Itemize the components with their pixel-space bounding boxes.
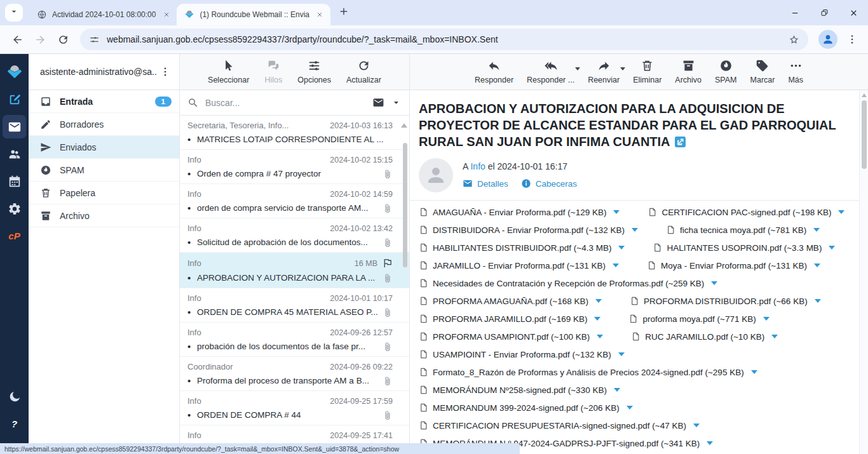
- message-row[interactable]: Info2024-10-02 13:42•Solicitud de aproba…: [180, 218, 409, 253]
- headers-link[interactable]: Cabeceras: [521, 178, 577, 189]
- eliminar-button[interactable]: Eliminar: [631, 59, 663, 84]
- attachment-menu-icon[interactable]: [618, 246, 625, 250]
- attachment-menu-icon[interactable]: [614, 388, 620, 392]
- attachment-item[interactable]: PROFORMA AMAGUAÑA.pdf (~168 KB): [419, 295, 602, 307]
- attachment-item[interactable]: PROFORMA USAMPIONT.pdf (~100 KB): [419, 331, 603, 342]
- marcar-button[interactable]: Marcar: [749, 59, 777, 84]
- view-scrollbar[interactable]: [862, 100, 867, 169]
- responder-button[interactable]: Responder: [473, 59, 515, 84]
- attachment-menu-icon[interactable]: [632, 228, 638, 232]
- tab-close-icon[interactable]: [161, 10, 172, 20]
- rail-item-cpanel[interactable]: cP: [3, 224, 26, 248]
- attachment-item[interactable]: proforma moya.pdf (~771 KB): [628, 313, 769, 324]
- search-scope-mail-icon[interactable]: [372, 97, 384, 109]
- seleccionar-button[interactable]: Seleccionar: [206, 59, 251, 84]
- rail-item-contacts[interactable]: [3, 142, 26, 166]
- attachment-menu-icon[interactable]: [594, 317, 600, 321]
- message-row[interactable]: Info2024-10-01 10:17•ORDEN DE COMPRA 45 …: [180, 288, 409, 323]
- attachment-menu-icon[interactable]: [711, 281, 717, 285]
- attachment-item[interactable]: PROFORMA JARAMILLO.pdf (~169 KB): [419, 313, 600, 324]
- sidebar-item-enviados[interactable]: Enviados: [29, 136, 179, 159]
- flag-icon[interactable]: [382, 258, 393, 269]
- attachment-item[interactable]: RUC JARAMILLO.pdf (~10 KB): [631, 331, 778, 342]
- attachment-menu-icon[interactable]: [829, 246, 835, 250]
- rail-item-mail[interactable]: [3, 115, 26, 138]
- rail-item-compose[interactable]: [3, 88, 26, 111]
- view-scroll-up-arrow[interactable]: [862, 93, 867, 97]
- rail-item-roundcube-logo[interactable]: [3, 60, 26, 84]
- chevron-down-icon[interactable]: [620, 67, 625, 70]
- message-row[interactable]: Info2024-10-02 15:15•Orden de compra # 4…: [180, 150, 409, 184]
- attachment-menu-icon[interactable]: [613, 264, 619, 267]
- tab-close-icon[interactable]: [315, 10, 325, 20]
- recipient-link[interactable]: Info: [470, 161, 485, 171]
- rail-item-help[interactable]: ?: [3, 412, 26, 436]
- attachment-item[interactable]: USAMPIOINT - Enviar Proforma.pdf (~132 K…: [419, 349, 625, 360]
- minimize-button[interactable]: [780, 0, 810, 25]
- attachment-item[interactable]: HABILITANTES DISTRIBUIDOR.pdf (~4.3 MB): [419, 242, 625, 253]
- search-dropdown-icon[interactable]: [391, 97, 402, 108]
- attachment-item[interactable]: JARAMILLO - Enviar Proforma.pdf (~131 KB…: [419, 260, 619, 271]
- sidebar-item-archivo[interactable]: Archivo: [29, 204, 179, 227]
- attachment-item[interactable]: ficha tecnica moya.pdf (~781 KB): [666, 224, 820, 236]
- attachment-item[interactable]: CERTIFICACION PRESUPUESTARIA-signed-sign…: [419, 420, 700, 431]
- m-s-button[interactable]: Más: [786, 59, 805, 84]
- account-menu-button[interactable]: [156, 63, 174, 81]
- profile-avatar[interactable]: [818, 30, 837, 49]
- message-row[interactable]: Info16 MB•APROBACION Y AUTORIZACION PARA…: [180, 253, 409, 288]
- sidebar-item-spam[interactable]: SPAM: [29, 159, 179, 182]
- reload-button[interactable]: [52, 29, 74, 50]
- attachment-menu-icon[interactable]: [618, 352, 625, 356]
- attachment-menu-icon[interactable]: [838, 210, 844, 214]
- attachment-menu-icon[interactable]: [771, 335, 778, 338]
- external-link-icon[interactable]: [675, 137, 686, 147]
- opciones-button[interactable]: Opciones: [295, 59, 333, 84]
- responder-button[interactable]: Responder ...: [525, 59, 576, 84]
- new-tab-button[interactable]: [336, 4, 352, 21]
- browser-tab[interactable]: (1) Roundcube Webmail :: Envia: [177, 4, 330, 25]
- archivo-button[interactable]: Archivo: [673, 59, 703, 84]
- forward-button[interactable]: [29, 29, 51, 50]
- restore-button[interactable]: [810, 0, 839, 25]
- attachment-item[interactable]: Moya - Enviar Proforma.pdf (~131 KB): [647, 260, 820, 271]
- attachment-menu-icon[interactable]: [815, 299, 821, 303]
- address-bar[interactable]: webmail.sanjuan.gob.ec/cpsess8592294337/…: [80, 29, 808, 50]
- attachment-item[interactable]: DISTRIBUIDORA - Enviar Proforma.pdf (~13…: [419, 224, 638, 236]
- rail-item-settings[interactable]: [3, 197, 26, 220]
- attachment-menu-icon[interactable]: [763, 317, 770, 321]
- browser-tab[interactable]: Actividad 2024-10-01 08:00:00: [29, 4, 177, 25]
- attachment-menu-icon[interactable]: [813, 228, 820, 232]
- attachment-item[interactable]: MEMORÁNDUM Nº258-signed.pdf (~330 KB): [419, 384, 620, 396]
- attachment-item[interactable]: CERTIFICACION PAC-signed.pdf (~198 KB): [648, 206, 844, 218]
- list-scrollbar[interactable]: [403, 143, 407, 267]
- attachment-menu-icon[interactable]: [597, 335, 603, 338]
- message-row[interactable]: Coordinador2024-09-26 09:22•Proforma del…: [180, 357, 409, 391]
- attachment-menu-icon[interactable]: [814, 264, 820, 267]
- message-row[interactable]: Info2024-10-02 14:59•orden de compra ser…: [180, 184, 409, 218]
- bookmark-star-icon[interactable]: [789, 34, 799, 45]
- attachment-item[interactable]: MEMORANDUM 399-2024-signed.pdf (~206 KB): [419, 402, 633, 413]
- sidebar-item-borradores[interactable]: Borradores: [29, 113, 179, 136]
- spam-button[interactable]: SPAM: [713, 59, 739, 84]
- attachment-menu-icon[interactable]: [751, 370, 757, 374]
- attachment-item[interactable]: AMAGUAÑA - Enviar Proforma.pdf (~129 KB): [419, 206, 620, 218]
- details-link[interactable]: Detalles: [463, 178, 508, 189]
- attachment-menu-icon[interactable]: [627, 406, 633, 410]
- attachment-item[interactable]: PROFORMA DISTRIBUIDOR.pdf (~66 KB): [630, 295, 821, 307]
- rail-item-dark-mode[interactable]: [3, 385, 26, 408]
- attachment-item[interactable]: Necesidades de Contratación y Recepción …: [419, 277, 717, 289]
- tab-search-button[interactable]: [5, 4, 23, 22]
- attachment-menu-icon[interactable]: [595, 299, 602, 303]
- list-scroll-up-arrow[interactable]: [401, 123, 407, 128]
- sidebar-item-papelera[interactable]: Papelera: [29, 182, 179, 204]
- site-info-icon[interactable]: [89, 34, 100, 45]
- sidebar-item-entrada[interactable]: Entrada1: [29, 90, 179, 113]
- attachment-item[interactable]: HALITANTES USOPROIN.pdf (~3.3 MB): [653, 242, 835, 253]
- close-button[interactable]: [839, 0, 868, 25]
- actualizar-button[interactable]: Actualizar: [344, 59, 383, 84]
- search-input[interactable]: [205, 98, 366, 108]
- attachment-menu-icon[interactable]: [707, 441, 713, 445]
- rail-item-calendar[interactable]: [3, 170, 26, 193]
- message-row[interactable]: Info2024-09-25 17:59•ORDEN DE COMPRA # 4…: [180, 391, 409, 425]
- message-row[interactable]: Info2024-09-25 17:41: [180, 425, 409, 445]
